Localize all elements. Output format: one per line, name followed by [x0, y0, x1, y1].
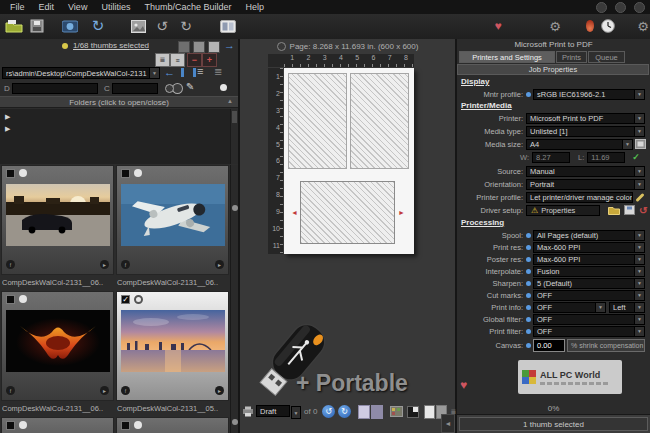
- dropdown-arrow-icon[interactable]: ▼: [634, 243, 644, 252]
- section-processing[interactable]: Processing: [461, 218, 504, 227]
- dropdown-arrow-icon[interactable]: ▼: [634, 90, 644, 99]
- remove-page-icon[interactable]: [371, 405, 383, 419]
- canvas-input[interactable]: 0.00: [533, 339, 565, 352]
- dropdown-arrow-icon[interactable]: ▼: [634, 127, 644, 136]
- print-filter-select[interactable]: OFF▼: [533, 326, 645, 337]
- width-input[interactable]: 8.27: [532, 152, 570, 163]
- thumb-select-dot[interactable]: [19, 169, 27, 177]
- dropdown-arrow-icon[interactable]: ▼: [634, 255, 644, 264]
- filter-c-input[interactable]: [112, 83, 158, 94]
- send-to-print-arrow-icon[interactable]: →: [224, 39, 235, 51]
- dropdown-arrow-icon[interactable]: ▼: [622, 140, 632, 149]
- print-res-select[interactable]: Max-600 PPI▼: [533, 242, 645, 253]
- thumb-checkbox[interactable]: [121, 421, 130, 430]
- dropdown-arrow-icon[interactable]: ▼: [634, 180, 644, 189]
- info-overlay-icon[interactable]: f: [121, 260, 130, 269]
- zoom-page-button[interactable]: ≣: [155, 53, 170, 67]
- play-overlay-icon[interactable]: ►: [100, 260, 109, 269]
- spool-select[interactable]: All Pages (default)▼: [533, 230, 645, 241]
- thumbnail-airplane[interactable]: f ►: [116, 165, 229, 275]
- media-type-select[interactable]: Unlisted [1]▼: [526, 126, 645, 137]
- add-page-icon[interactable]: [358, 405, 370, 419]
- image-icon[interactable]: [128, 17, 148, 35]
- reset-undo-icon[interactable]: ↺: [639, 206, 647, 215]
- thumb-size-medium-button[interactable]: [193, 41, 205, 53]
- global-filter-select[interactable]: OFF▼: [533, 314, 645, 325]
- dropdown-arrow-icon[interactable]: ▼: [634, 231, 644, 240]
- section-printer-media[interactable]: Printer/Media: [461, 101, 512, 110]
- page-radio-icon[interactable]: [277, 42, 286, 51]
- sync-icon[interactable]: ↻: [88, 17, 108, 35]
- cut-marks-select[interactable]: OFF▼: [533, 290, 645, 301]
- dropdown-arrow-icon[interactable]: ▼: [634, 114, 644, 123]
- filter-d-input[interactable]: [12, 83, 98, 94]
- add-thumb-button[interactable]: +: [202, 53, 217, 67]
- dropdown-arrow-icon[interactable]: ▼: [634, 167, 644, 176]
- thumb-size-large-button[interactable]: [208, 41, 220, 53]
- settings-gear-icon[interactable]: ⚙: [545, 17, 565, 35]
- info-overlay-icon[interactable]: f: [6, 386, 15, 395]
- menu-file[interactable]: File: [3, 0, 32, 14]
- thumbnail-city-sunset-selected[interactable]: ✓ f ►: [116, 291, 229, 401]
- menu-view[interactable]: View: [61, 0, 94, 14]
- printer-icon[interactable]: [241, 405, 254, 418]
- binoculars-search-icon[interactable]: [165, 84, 174, 93]
- print-info-position-select[interactable]: Left▼: [609, 302, 645, 313]
- viewer-icon[interactable]: [60, 17, 80, 35]
- options-gear-icon[interactable]: ⚙: [633, 17, 650, 35]
- tree-expand-icon[interactable]: ▶: [5, 125, 10, 133]
- blue-dot-icon[interactable]: [526, 281, 531, 286]
- favorites-heart-icon[interactable]: ♥: [488, 17, 508, 35]
- rotate-page-cw-button[interactable]: ↻: [338, 405, 351, 418]
- collapse-up-icon[interactable]: ▲: [227, 98, 233, 104]
- details-view-icon[interactable]: ≣: [214, 66, 222, 77]
- blue-dot-icon[interactable]: [526, 245, 531, 250]
- pause-icon[interactable]: [181, 68, 196, 77]
- thumb-select-dot[interactable]: [134, 169, 142, 177]
- section-display[interactable]: Display: [461, 77, 489, 86]
- thumbnail-partial[interactable]: [1, 417, 114, 433]
- dropdown-arrow-icon[interactable]: ▼: [634, 291, 644, 300]
- tree-expand-icon[interactable]: ▶: [5, 113, 10, 121]
- flame-icon[interactable]: [580, 17, 600, 35]
- dropdown-arrow-icon[interactable]: ▼: [595, 303, 605, 312]
- pencil-edit-icon[interactable]: ✎: [186, 81, 194, 92]
- thumb-checkbox-checked[interactable]: ✓: [121, 295, 130, 304]
- tab-printers-and-settings[interactable]: Printers and Settings: [459, 51, 555, 63]
- resize-left-arrow-icon[interactable]: ◄: [291, 209, 298, 216]
- poster-res-select[interactable]: Max-600 PPI▼: [533, 254, 645, 265]
- source-select[interactable]: Manual▼: [526, 166, 645, 177]
- thumb-checkbox[interactable]: [6, 421, 15, 430]
- layout-icon[interactable]: [218, 17, 238, 35]
- thumb-checkbox[interactable]: [121, 169, 130, 178]
- thumbnail-fire-bat[interactable]: f ►: [1, 291, 114, 401]
- blue-dot-icon[interactable]: [526, 329, 531, 334]
- layout-cell-2[interactable]: [350, 73, 409, 169]
- open-folder-icon[interactable]: [4, 17, 24, 35]
- dropdown-arrow-icon[interactable]: ▼: [634, 315, 644, 324]
- status-scroll-left-button[interactable]: ◄: [441, 414, 455, 433]
- blue-dot-icon[interactable]: [526, 269, 531, 274]
- tree-scroll-thumb[interactable]: [232, 111, 237, 123]
- play-overlay-icon[interactable]: ►: [215, 260, 224, 269]
- tab-prints[interactable]: Prints: [556, 51, 587, 63]
- minimize-button[interactable]: [596, 2, 607, 13]
- dropdown-arrow-icon[interactable]: ▼: [634, 327, 644, 336]
- blue-dot-icon[interactable]: [526, 293, 531, 298]
- save-icon[interactable]: [27, 17, 47, 35]
- info-overlay-icon[interactable]: f: [6, 260, 15, 269]
- thumb-select-dot[interactable]: [19, 295, 27, 303]
- clock-icon[interactable]: [598, 17, 618, 35]
- dropdown-arrow-icon[interactable]: ▼: [634, 279, 644, 288]
- menu-utilities[interactable]: Utilities: [94, 0, 137, 14]
- sharpen-select[interactable]: 5 (Default)▼: [533, 278, 645, 289]
- printer-profile-select[interactable]: Let printer/driver manage color▼: [526, 192, 633, 203]
- menu-thumb-cache-builder[interactable]: Thumb/Cache Builder: [137, 0, 238, 14]
- blue-dot-icon[interactable]: [526, 317, 531, 322]
- list-view-icon[interactable]: ≡: [197, 65, 203, 77]
- thumb-select-dot[interactable]: [134, 421, 142, 429]
- orientation-select[interactable]: Portrait▼: [526, 179, 645, 190]
- donate-heart-icon[interactable]: ♥: [460, 379, 467, 391]
- thumb-checkbox[interactable]: [6, 295, 15, 304]
- dropdown-arrow-icon[interactable]: ▼: [632, 193, 633, 202]
